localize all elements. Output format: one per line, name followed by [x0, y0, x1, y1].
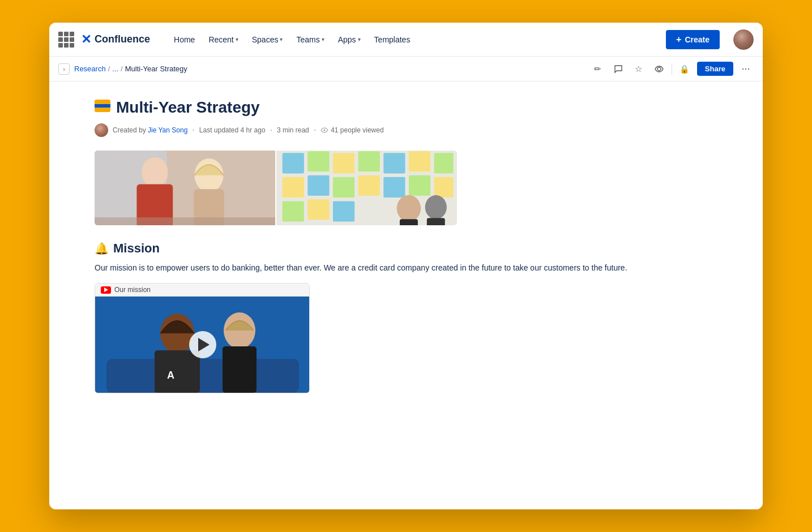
svg-rect-15 — [358, 151, 380, 171]
svg-rect-21 — [333, 177, 354, 198]
breadcrumb-sep1: / — [108, 65, 110, 73]
breadcrumb-bar: › Research / ... / Multi-Year Strategy ✏… — [49, 57, 763, 81]
lock-icon[interactable]: 🔒 — [677, 61, 693, 77]
divider — [672, 63, 672, 75]
svg-rect-30 — [400, 219, 418, 225]
chevron-down-icon: ▾ — [280, 36, 283, 42]
svg-rect-32 — [427, 218, 445, 225]
svg-rect-25 — [434, 177, 454, 198]
svg-rect-18 — [434, 153, 454, 173]
breadcrumb-research[interactable]: Research — [74, 65, 106, 73]
plus-icon: + — [676, 35, 681, 45]
svg-rect-17 — [409, 151, 430, 171]
breadcrumb-actions: ✏ ☆ 🔒 Share ··· — [590, 61, 754, 77]
star-icon[interactable]: ☆ — [631, 61, 647, 77]
mission-title: Mission — [113, 241, 160, 256]
svg-rect-13 — [307, 151, 329, 171]
navbar: ✕ Confluence Home Recent ▾ Spaces ▾ Team… — [49, 23, 763, 57]
update-time: Last updated 4 hr ago — [199, 126, 266, 134]
avatar[interactable] — [733, 29, 754, 50]
comment-icon[interactable] — [610, 61, 626, 77]
more-options-button[interactable]: ··· — [738, 61, 754, 77]
watch-icon[interactable] — [651, 61, 667, 77]
video-embed: Our mission A — [95, 283, 310, 393]
video-label: Our mission — [114, 286, 151, 294]
svg-rect-39 — [223, 346, 257, 393]
sidebar-toggle[interactable]: › — [58, 63, 70, 75]
svg-rect-22 — [358, 175, 380, 196]
logo-x-icon: ✕ — [81, 32, 91, 47]
hero-image-right — [276, 151, 457, 225]
mission-text: Our mission is to empower users to do ba… — [95, 261, 717, 274]
browser-window: ✕ Confluence Home Recent ▾ Spaces ▾ Team… — [49, 23, 763, 509]
svg-rect-12 — [283, 153, 304, 173]
chevron-down-icon: ▾ — [322, 36, 324, 42]
page-emoji — [95, 100, 110, 115]
svg-point-31 — [425, 195, 447, 220]
svg-rect-24 — [409, 175, 430, 196]
video-label-bar: Our mission — [95, 284, 309, 297]
apps-grid-icon[interactable] — [58, 32, 74, 48]
mission-emoji: 🔔 — [95, 242, 109, 255]
svg-rect-16 — [383, 153, 405, 173]
svg-point-29 — [397, 195, 421, 222]
svg-point-6 — [142, 157, 168, 187]
svg-point-3 — [324, 130, 326, 131]
svg-text:A: A — [167, 370, 174, 381]
svg-rect-27 — [307, 199, 329, 220]
nav-apps[interactable]: Apps ▾ — [332, 32, 366, 48]
main-content[interactable]: Multi-Year Strategy Created by Jie Yan S… — [49, 81, 763, 509]
author-avatar — [95, 123, 108, 137]
nav-links: Home Recent ▾ Spaces ▾ Teams ▾ Apps ▾ Te… — [168, 32, 659, 48]
logo[interactable]: ✕ Confluence — [81, 32, 150, 47]
nav-spaces[interactable]: Spaces ▾ — [246, 32, 289, 48]
chevron-down-icon: ▾ — [358, 36, 361, 42]
svg-rect-14 — [333, 153, 354, 173]
nav-templates[interactable]: Templates — [369, 32, 416, 48]
view-count: 41 people viewed — [320, 126, 383, 134]
svg-rect-23 — [383, 177, 405, 198]
breadcrumb-sep2: / — [121, 65, 123, 73]
hero-image-left — [95, 151, 275, 225]
edit-icon[interactable]: ✏ — [590, 61, 606, 77]
nav-teams[interactable]: Teams ▾ — [290, 32, 330, 48]
share-button[interactable]: Share — [697, 62, 733, 76]
chevron-down-icon: ▾ — [236, 36, 238, 42]
meta-row: Created by Jie Yan Song · Last updated 4… — [95, 123, 717, 137]
youtube-icon — [101, 286, 111, 294]
svg-rect-19 — [283, 177, 304, 198]
logo-text: Confluence — [95, 33, 150, 45]
create-button[interactable]: + Create — [666, 30, 720, 49]
page-title: Multi-Year Strategy — [116, 98, 260, 117]
svg-rect-26 — [283, 201, 304, 221]
breadcrumb-ellipsis[interactable]: ... — [112, 65, 118, 73]
svg-rect-10 — [95, 217, 275, 225]
play-icon — [198, 338, 210, 351]
breadcrumb: Research / ... / Multi-Year Strategy — [74, 65, 586, 73]
svg-rect-34 — [106, 359, 299, 393]
nav-recent[interactable]: Recent ▾ — [203, 32, 243, 48]
read-time: 3 min read — [277, 126, 309, 134]
svg-rect-20 — [307, 175, 329, 196]
nav-home[interactable]: Home — [168, 32, 200, 48]
hero-image — [95, 151, 457, 225]
page-title-row: Multi-Year Strategy — [95, 98, 717, 117]
svg-rect-28 — [333, 201, 354, 221]
video-thumbnail[interactable]: A — [95, 297, 310, 393]
avatar-image — [733, 29, 754, 50]
mission-section-title: 🔔 Mission — [95, 241, 717, 256]
svg-rect-2 — [95, 104, 110, 108]
author-meta: Created by Jie Yan Song — [113, 126, 187, 134]
svg-point-0 — [657, 67, 661, 71]
author-name-link[interactable]: Jie Yan Song — [148, 126, 187, 134]
svg-rect-36 — [155, 350, 200, 393]
breadcrumb-current: Multi-Year Strategy — [125, 65, 187, 73]
